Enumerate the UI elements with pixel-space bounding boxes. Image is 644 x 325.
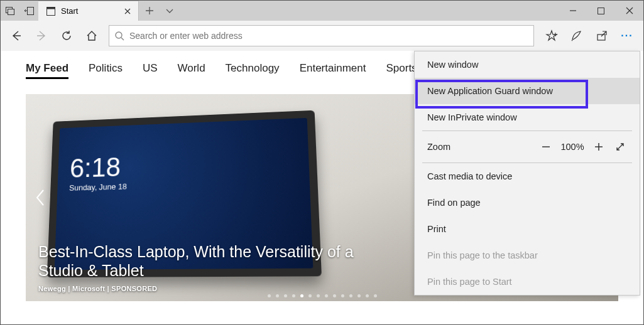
- svg-point-6: [116, 32, 122, 38]
- forward-button[interactable]: [30, 24, 53, 48]
- tab-preview-icon[interactable]: [1, 1, 19, 21]
- tab-title: Start: [61, 6, 78, 16]
- zoom-in-button[interactable]: [588, 137, 609, 156]
- carousel-dot[interactable]: [333, 294, 336, 297]
- title-bar: Start: [1, 1, 643, 21]
- page-icon: [45, 5, 57, 18]
- address-bar[interactable]: [109, 25, 534, 46]
- favorites-button[interactable]: [539, 24, 564, 48]
- menu-pin-taskbar: Pin this page to the taskbar: [415, 242, 640, 269]
- zoom-out-button[interactable]: [535, 137, 557, 156]
- svg-rect-1: [8, 9, 14, 14]
- carousel-dot[interactable]: [284, 294, 287, 297]
- svg-rect-5: [598, 8, 604, 14]
- notes-button[interactable]: [564, 24, 589, 48]
- set-aside-tabs-icon[interactable]: [19, 1, 38, 21]
- menu-print[interactable]: Print: [415, 216, 640, 242]
- carousel-dot[interactable]: [268, 294, 271, 297]
- svg-rect-7: [598, 35, 605, 40]
- menu-cast[interactable]: Cast media to device: [415, 163, 640, 189]
- hero-source: Newegg | Microsoft | SPONSORED: [38, 285, 354, 292]
- carousel-dot[interactable]: [357, 294, 361, 297]
- menu-new-inprivate-window[interactable]: New InPrivate window: [415, 104, 640, 131]
- menu-find[interactable]: Find on page: [415, 189, 640, 216]
- browser-tab[interactable]: Start: [38, 1, 139, 21]
- fullscreen-button[interactable]: [609, 137, 631, 156]
- nav-item-technology[interactable]: Technology: [226, 62, 280, 79]
- svg-rect-2: [27, 7, 33, 14]
- nav-item-us[interactable]: US: [143, 62, 158, 79]
- carousel-dot[interactable]: [292, 294, 295, 297]
- maximize-button[interactable]: [587, 1, 615, 21]
- carousel-dot[interactable]: [374, 294, 377, 297]
- hero-headline: Best-In-Class Laptop, With the Versatili…: [38, 242, 354, 280]
- svg-rect-4: [47, 7, 55, 9]
- carousel-dot[interactable]: [349, 294, 352, 297]
- close-window-button[interactable]: [615, 1, 643, 21]
- menu-zoom-row: Zoom 100%: [415, 131, 640, 162]
- menu-new-app-guard-window[interactable]: New Application Guard window: [415, 78, 640, 104]
- more-menu: New window New Application Guard window …: [414, 51, 640, 296]
- search-icon: [109, 31, 129, 41]
- tab-tools: [1, 1, 38, 21]
- nav-item-sports[interactable]: Sports: [386, 62, 417, 79]
- carousel-dot[interactable]: [366, 294, 369, 297]
- nav-item-world[interactable]: World: [178, 62, 205, 79]
- carousel-dot[interactable]: [341, 294, 344, 297]
- home-button[interactable]: [80, 24, 104, 48]
- tab-actions-chevron-icon[interactable]: [160, 1, 179, 21]
- nav-item-entertainment[interactable]: Entertainment: [300, 62, 366, 79]
- carousel-dots: [268, 294, 377, 297]
- carousel-dot[interactable]: [276, 294, 279, 297]
- nav-item-politics[interactable]: Politics: [89, 62, 123, 79]
- carousel-dot[interactable]: [325, 294, 328, 297]
- close-tab-icon[interactable]: [122, 6, 133, 17]
- new-tab-button[interactable]: [139, 1, 160, 21]
- more-icon: ···: [621, 30, 633, 41]
- zoom-label: Zoom: [427, 142, 535, 152]
- carousel-dot[interactable]: [300, 294, 303, 297]
- address-input[interactable]: [129, 31, 533, 41]
- carousel-dot[interactable]: [317, 294, 320, 297]
- carousel-prev-button[interactable]: [30, 179, 51, 216]
- refresh-button[interactable]: [55, 24, 79, 48]
- back-button[interactable]: [4, 24, 28, 48]
- nav-item-my-feed[interactable]: My Feed: [26, 62, 68, 79]
- more-button[interactable]: ···: [614, 24, 640, 48]
- toolbar: ···: [1, 21, 643, 51]
- carousel-dot[interactable]: [308, 294, 312, 297]
- share-button[interactable]: [589, 24, 614, 48]
- zoom-value: 100%: [557, 142, 588, 152]
- menu-new-window[interactable]: New window: [415, 51, 640, 78]
- hero-overlay: Best-In-Class Laptop, With the Versatili…: [38, 242, 354, 292]
- menu-pin-start: Pin this page to Start: [415, 269, 640, 295]
- minimize-button[interactable]: [559, 1, 587, 21]
